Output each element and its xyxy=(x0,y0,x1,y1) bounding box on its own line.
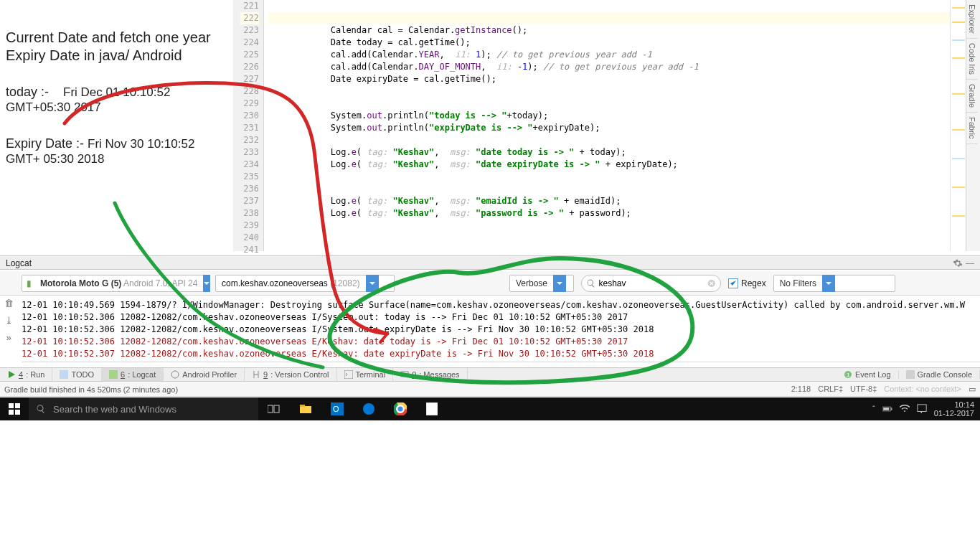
chevron-down-icon[interactable] xyxy=(366,275,379,292)
context-selector[interactable]: Context: <no context> xyxy=(884,385,961,394)
svg-rect-29 xyxy=(918,405,926,412)
tool-fabric[interactable]: Fabric xyxy=(966,113,978,144)
toolwin--version-control[interactable]: 9: Version Control xyxy=(245,368,336,381)
chevron-down-icon[interactable] xyxy=(822,275,835,292)
memory-indicator: ▭ xyxy=(969,385,976,394)
error-stripe[interactable] xyxy=(950,0,966,251)
status-bar: Gradle build finished in 4s 520ms (2 min… xyxy=(0,382,980,397)
svg-rect-10 xyxy=(15,403,20,408)
start-button[interactable] xyxy=(0,397,29,420)
tool-window-bar: 4: Run TODO 6: Logcat Android Profiler 9… xyxy=(0,367,980,382)
svg-rect-9 xyxy=(9,403,14,408)
svg-rect-14 xyxy=(274,405,279,413)
file-explorer-icon[interactable] xyxy=(290,397,321,420)
more-icon[interactable]: » xyxy=(3,332,14,344)
svg-rect-28 xyxy=(883,408,889,410)
right-tool-sidebar: Explorer Code Iris Gradle Fabric xyxy=(966,0,980,251)
clear-icon[interactable] xyxy=(707,278,717,288)
annotation-expiry-label: Expiry Date :- xyxy=(6,136,84,151)
tool-explorer[interactable]: Explorer xyxy=(966,0,978,39)
svg-rect-16 xyxy=(300,405,305,407)
svg-rect-8 xyxy=(906,370,915,379)
taskbar-search-placeholder: Search the web and Windows xyxy=(53,404,176,415)
editor-gutter: 2212222232242252262272282292302312322332… xyxy=(233,0,264,251)
outlook-icon[interactable]: O xyxy=(321,397,353,420)
svg-rect-4 xyxy=(344,370,353,379)
svg-rect-25 xyxy=(426,402,438,415)
toolwin--run[interactable]: 4: Run xyxy=(0,368,52,381)
code-editor[interactable]: 2212222232242252262272282292302312322332… xyxy=(233,0,950,251)
task-view-icon[interactable] xyxy=(258,397,290,420)
chevron-down-icon[interactable] xyxy=(203,275,210,292)
svg-rect-2 xyxy=(109,370,118,379)
search-icon xyxy=(36,404,46,414)
action-center-icon[interactable] xyxy=(917,404,927,414)
toolwin-android-profiler[interactable]: Android Profiler xyxy=(164,368,245,381)
tray-chevron-icon[interactable]: ˆ xyxy=(872,405,875,413)
svg-rect-27 xyxy=(891,408,892,410)
svg-rect-11 xyxy=(9,410,14,415)
svg-rect-5 xyxy=(401,372,408,377)
taskbar-clock[interactable]: 10:14 01-12-2017 xyxy=(934,400,974,418)
toolwin--logcat[interactable]: 6: Logcat xyxy=(102,368,164,381)
toolwin-terminal[interactable]: Terminal xyxy=(337,368,394,381)
toolwin--messages[interactable]: 0: Messages xyxy=(393,368,467,381)
caret-position: 2:118 xyxy=(791,385,811,394)
svg-text:O: O xyxy=(333,405,339,413)
chrome-icon[interactable] xyxy=(385,397,416,420)
system-tray: ˆ 10:14 01-12-2017 xyxy=(872,400,980,418)
svg-point-24 xyxy=(398,407,403,412)
taskbar-search[interactable]: Search the web and Windows xyxy=(29,397,258,420)
logcat-output[interactable]: 12-01 10:10:49.569 1594-1879/? I/WindowM… xyxy=(22,296,980,362)
minimize-icon[interactable]: — xyxy=(966,256,974,269)
svg-rect-15 xyxy=(300,406,311,413)
wifi-icon[interactable] xyxy=(900,404,910,414)
device-select[interactable]: ▮ Motorola Moto G (5) Android 7.0, API 2… xyxy=(22,275,208,292)
log-level-select[interactable]: Verbose xyxy=(509,275,574,292)
annotation-panel: Current Date and fetch one year Expiry D… xyxy=(6,29,228,176)
regex-checkbox[interactable]: Regex xyxy=(728,278,766,288)
svg-point-19 xyxy=(363,403,374,415)
logcat-search[interactable] xyxy=(581,275,721,292)
chevron-down-icon[interactable] xyxy=(553,275,566,292)
toolwin-event-log[interactable]: 1 Event Log xyxy=(837,370,899,379)
logcat-tab-header: Logcat — xyxy=(0,255,980,270)
logcat-toolbar: ▮ Motorola Moto G (5) Android 7.0, API 2… xyxy=(0,271,980,296)
status-message: Gradle build finished in 4s 520ms (2 min… xyxy=(4,385,178,394)
annotation-title: Current Date and fetch one year Expiry D… xyxy=(6,29,228,65)
app-select[interactable]: com.keshav.ozoneoverseas (12082) xyxy=(215,275,395,292)
code-area[interactable]: Calendar cal = Calendar.getInstance(); D… xyxy=(264,0,950,251)
notepad-icon[interactable] xyxy=(416,397,448,420)
battery-icon[interactable] xyxy=(882,404,892,414)
svg-rect-12 xyxy=(15,410,20,415)
trash-icon[interactable]: 🗑 xyxy=(3,298,14,309)
gear-icon[interactable] xyxy=(953,258,963,268)
edge-icon[interactable] xyxy=(353,397,385,420)
logcat-tab-title[interactable]: Logcat xyxy=(6,256,32,269)
logcat-search-input[interactable] xyxy=(599,278,707,288)
toolwin-todo[interactable]: TODO xyxy=(52,368,102,381)
search-icon xyxy=(586,278,596,288)
svg-text:1: 1 xyxy=(847,372,850,378)
file-encoding[interactable]: UTF-8‡ xyxy=(850,385,877,394)
regex-label: Regex xyxy=(741,278,766,288)
toolwin-gradle-console[interactable]: Gradle Console xyxy=(899,370,980,379)
svg-rect-1 xyxy=(60,370,68,379)
line-numbers: 2212222232242252262272282292302312322332… xyxy=(240,0,263,251)
logcat-side-actions: 🗑 ⤓ » xyxy=(3,298,19,344)
scroll-end-icon[interactable]: ⤓ xyxy=(3,315,14,326)
windows-taskbar: Search the web and Windows O ˆ 10:14 01-… xyxy=(0,397,980,420)
svg-rect-13 xyxy=(268,405,273,413)
filter-select[interactable]: No Filters xyxy=(773,275,895,292)
tool-code-iris[interactable]: Code Iris xyxy=(966,39,978,80)
svg-point-3 xyxy=(171,371,179,378)
line-separator[interactable]: CRLF‡ xyxy=(818,385,843,394)
tool-gradle[interactable]: Gradle xyxy=(966,80,978,113)
annotation-today-label: today :- xyxy=(6,85,49,100)
taskbar-apps: O xyxy=(258,397,448,420)
